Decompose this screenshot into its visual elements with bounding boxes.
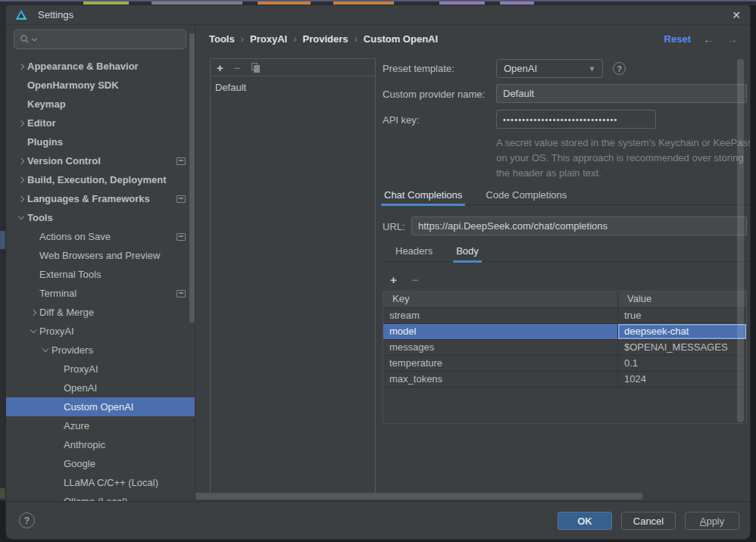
close-icon[interactable]: ✕: [729, 8, 744, 23]
apply-button[interactable]: Apply: [685, 512, 739, 530]
chevron-right-icon[interactable]: [18, 157, 24, 164]
provider-list-toolbar: + −: [211, 59, 375, 76]
cell-value[interactable]: deepseek-chat: [618, 324, 746, 339]
sidebar-item-proxyai[interactable]: ProxyAI: [6, 322, 195, 341]
add-provider-button[interactable]: +: [217, 62, 223, 73]
provider-name-field[interactable]: [496, 84, 747, 103]
sidebar-item-editor[interactable]: Editor: [6, 114, 195, 132]
breadcrumb-segment-proxyai[interactable]: ProxyAI: [250, 33, 287, 45]
duplicate-provider-button[interactable]: [251, 63, 260, 73]
cell-value[interactable]: true: [618, 308, 746, 323]
table-row-max-tokens[interactable]: max_tokens1024: [383, 372, 746, 388]
chevron-right-icon[interactable]: [18, 176, 24, 182]
help-icon[interactable]: ?: [613, 62, 626, 75]
sidebar-item-web-browsers-and-preview[interactable]: Web Browsers and Preview: [6, 246, 195, 265]
settings-sidebar: Appearance & BehaviorOpenHarmony SDKKeym…: [6, 25, 195, 501]
cancel-button[interactable]: Cancel: [621, 512, 676, 530]
provider-list-item-default[interactable]: Default: [211, 79, 375, 96]
cell-key[interactable]: messages: [383, 340, 618, 355]
sidebar-scrollbar[interactable]: [189, 33, 195, 322]
sidebar-item-terminal[interactable]: Terminal: [6, 284, 195, 303]
column-header-key: Key: [383, 291, 618, 307]
settings-tree: Appearance & BehaviorOpenHarmony SDKKeym…: [6, 57, 195, 501]
sidebar-item-label: Actions on Save: [39, 231, 111, 242]
cell-key[interactable]: temperature: [383, 356, 618, 371]
sidebar-item-proxyai[interactable]: ProxyAI: [6, 360, 195, 378]
breadcrumb-segment-providers[interactable]: Providers: [303, 33, 348, 45]
project-settings-icon: [177, 233, 186, 241]
vertical-scrollbar[interactable]: [737, 59, 744, 422]
sidebar-item-llama-c-c-local[interactable]: LLaMA C/C++ (Local): [6, 473, 195, 492]
breadcrumb-separator: ›: [293, 33, 296, 45]
sidebar-item-openharmony-sdk[interactable]: OpenHarmony SDK: [6, 76, 195, 95]
tab-chat-completions[interactable]: Chat Completions: [383, 185, 464, 204]
table-row-stream[interactable]: streamtrue: [383, 308, 746, 324]
sidebar-item-external-tools[interactable]: External Tools: [6, 265, 195, 284]
sidebar-item-providers[interactable]: Providers: [6, 341, 195, 360]
search-input[interactable]: [39, 33, 180, 46]
table-row-temperature[interactable]: temperature0.1: [383, 356, 746, 372]
preset-template-value: OpenAI: [504, 63, 537, 74]
sidebar-item-label: Keymap: [27, 98, 66, 110]
breadcrumb-segment-tools[interactable]: Tools: [209, 33, 235, 45]
chevron-right-icon[interactable]: [18, 63, 24, 69]
cell-value[interactable]: 1024: [618, 372, 746, 387]
sidebar-item-version-control[interactable]: Version Control: [6, 151, 195, 170]
chevron-right-icon[interactable]: [18, 120, 24, 126]
sidebar-item-azure[interactable]: Azure: [6, 416, 195, 435]
search-history-arrow-icon: [32, 38, 37, 42]
sidebar-item-label: Google: [64, 458, 95, 469]
tab-headers[interactable]: Headers: [394, 241, 434, 261]
sidebar-item-diff-merge[interactable]: Diff & Merge: [6, 303, 195, 322]
remove-row-button[interactable]: −: [412, 274, 419, 285]
chevron-down-icon[interactable]: [30, 327, 36, 333]
sidebar-item-openai[interactable]: OpenAI: [6, 378, 195, 397]
provider-list: Default: [211, 76, 375, 96]
sidebar-item-custom-openai[interactable]: Custom OpenAI: [6, 397, 195, 416]
dialog-help-icon[interactable]: ?: [19, 512, 35, 528]
cell-key[interactable]: stream: [383, 308, 618, 323]
search-icon: [20, 34, 30, 45]
settings-search[interactable]: [14, 30, 186, 49]
remove-provider-button[interactable]: −: [234, 62, 241, 73]
app-logo-icon: [14, 8, 28, 22]
back-arrow-icon[interactable]: ←: [703, 33, 714, 45]
forward-arrow-icon[interactable]: →: [726, 33, 738, 45]
sidebar-item-label: External Tools: [39, 269, 101, 280]
sidebar-item-build-execution-deployment[interactable]: Build, Execution, Deployment: [6, 170, 195, 189]
tab-code-completions[interactable]: Code Completions: [484, 185, 568, 204]
sidebar-item-plugins[interactable]: Plugins: [6, 132, 195, 151]
chevron-down-icon[interactable]: [18, 213, 24, 220]
provider-list-panel: + − Default: [210, 58, 376, 494]
ok-button[interactable]: OK: [558, 512, 612, 530]
sidebar-item-actions-on-save[interactable]: Actions on Save: [6, 227, 195, 246]
breadcrumb-segment-custom-openai[interactable]: Custom OpenAI: [364, 33, 438, 45]
table-row-model[interactable]: modeldeepseek-chat: [383, 324, 746, 340]
cell-key[interactable]: model: [383, 324, 618, 339]
sidebar-item-label: OpenAI: [64, 382, 97, 394]
cell-value[interactable]: $OPENAI_MESSAGES: [618, 340, 746, 355]
add-row-button[interactable]: +: [390, 274, 397, 285]
table-row-messages[interactable]: messages$OPENAI_MESSAGES: [383, 340, 746, 356]
cell-key[interactable]: max_tokens: [383, 372, 618, 387]
api-key-field[interactable]: [496, 110, 656, 129]
sidebar-item-label: Version Control: [27, 155, 101, 167]
reset-link[interactable]: Reset: [664, 33, 691, 45]
preset-template-select[interactable]: OpenAI ▼: [496, 59, 603, 78]
sidebar-item-label: Ollama (Local): [64, 496, 128, 501]
chevron-right-icon[interactable]: [30, 309, 36, 315]
chevron-down-icon[interactable]: [42, 346, 48, 352]
cell-value[interactable]: 0.1: [618, 356, 746, 371]
sidebar-item-label: LLaMA C/C++ (Local): [64, 477, 158, 488]
sidebar-item-appearance-behavior[interactable]: Appearance & Behavior: [6, 57, 195, 76]
url-field[interactable]: [411, 216, 747, 235]
sidebar-item-tools[interactable]: Tools: [6, 208, 195, 227]
sidebar-item-languages-frameworks[interactable]: Languages & Frameworks: [6, 189, 195, 208]
tab-body[interactable]: Body: [455, 241, 480, 261]
horizontal-scrollbar[interactable]: [195, 493, 642, 500]
sidebar-item-google[interactable]: Google: [6, 454, 195, 473]
sidebar-item-keymap[interactable]: Keymap: [6, 95, 195, 114]
sidebar-item-ollama-local[interactable]: Ollama (Local): [6, 492, 195, 501]
sidebar-item-anthropic[interactable]: Anthropic: [6, 435, 195, 454]
chevron-right-icon[interactable]: [18, 195, 24, 201]
